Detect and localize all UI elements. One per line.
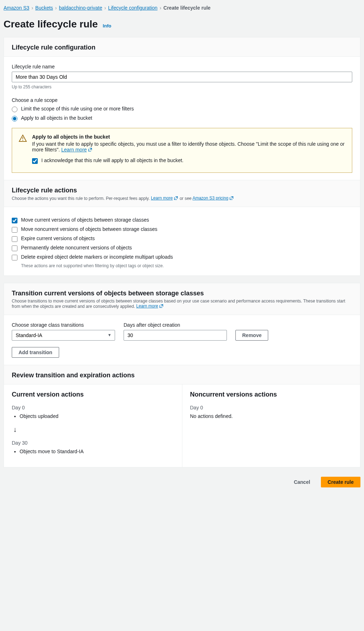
section-desc: Choose the actions you want this rule to… — [12, 196, 352, 202]
pricing-link[interactable]: Amazon S3 pricing — [192, 196, 234, 201]
create-rule-button[interactable]: Create rule — [321, 477, 360, 487]
panel-header: Lifecycle rule configuration — [4, 37, 360, 57]
breadcrumb-item[interactable]: baldacchino-private — [59, 5, 102, 11]
learn-more-link[interactable]: Learn more — [61, 147, 93, 152]
days-input[interactable] — [124, 330, 227, 341]
page-title: Create lifecycle rule — [4, 19, 98, 30]
action-expire-current[interactable]: Expire current versions of objects — [12, 236, 352, 242]
external-link-icon — [88, 147, 93, 153]
svg-point-1 — [22, 140, 23, 140]
chevron-right-icon: › — [104, 5, 106, 11]
day-label: Day 0 — [12, 405, 174, 410]
warning-icon — [19, 134, 27, 167]
breadcrumb: Amazon S3 › Buckets › baldacchino-privat… — [4, 4, 360, 15]
chevron-right-icon: › — [31, 5, 33, 11]
learn-more-link[interactable]: Learn more — [151, 196, 178, 201]
checkbox-label: Move current versions of objects between… — [21, 217, 149, 223]
external-link-icon — [173, 196, 178, 202]
action-move-noncurrent[interactable]: Move noncurrent versions of objects betw… — [12, 226, 352, 233]
chevron-right-icon: › — [160, 5, 161, 11]
review-none-text: No actions defined. — [190, 413, 353, 419]
alert-text: If you want the rule to apply to specifi… — [32, 141, 345, 153]
radio-label: Limit the scope of this rule using one o… — [21, 106, 134, 112]
acknowledge-label: I acknowledge that this rule will apply … — [41, 157, 183, 163]
section-heading: Lifecycle rule configuration — [12, 44, 352, 51]
radio-all[interactable] — [12, 116, 17, 121]
breadcrumb-item[interactable]: Buckets — [35, 5, 53, 11]
acknowledge-checkbox[interactable] — [32, 158, 38, 164]
section-heading: Transition current versions of objects b… — [12, 290, 352, 297]
day-label: Day 30 — [12, 440, 174, 446]
rule-name-hint: Up to 255 characters — [12, 84, 352, 89]
radio-limit[interactable] — [12, 107, 17, 112]
days-label: Days after object creation — [124, 322, 227, 328]
panel-header-actions: Lifecycle rule actions Choose the action… — [4, 180, 360, 207]
alert-apply-all: Apply to all objects in the bucket If yo… — [12, 128, 352, 173]
info-link[interactable]: Info — [103, 23, 111, 29]
checkbox-label: Move noncurrent versions of objects betw… — [21, 226, 157, 232]
scope-option-limit[interactable]: Limit the scope of this rule using one o… — [12, 106, 352, 112]
checkbox[interactable] — [12, 227, 17, 233]
breadcrumb-item[interactable]: Lifecycle configuration — [108, 5, 158, 11]
scope-option-all[interactable]: Apply to all objects in the bucket — [12, 115, 352, 121]
panel-header-review: Review transition and expiration actions — [4, 365, 360, 384]
checkbox[interactable] — [12, 218, 17, 223]
panel-lifecycle-config: Lifecycle rule configuration Lifecycle r… — [4, 37, 360, 276]
section-heading: Review transition and expiration actions — [12, 372, 352, 379]
review-item: Objects uploaded — [20, 413, 174, 419]
alert-title: Apply to all objects in the bucket — [32, 134, 345, 140]
checkbox-label: Permanently delete noncurrent versions o… — [21, 245, 132, 250]
storage-class-select[interactable]: Standard-IA — [12, 330, 115, 341]
breadcrumb-item-current: Create lifecycle rule — [163, 5, 210, 11]
panel-header: Transition current versions of objects b… — [4, 283, 360, 315]
review-noncurrent-title: Noncurrent versions actions — [190, 391, 353, 398]
breadcrumb-item[interactable]: Amazon S3 — [4, 5, 29, 11]
checkbox[interactable] — [12, 236, 17, 242]
transition-row: Choose storage class transitions Standar… — [12, 322, 352, 341]
acknowledge-checkbox-row[interactable]: I acknowledge that this rule will apply … — [32, 157, 345, 164]
review-current-title: Current version actions — [12, 391, 174, 398]
checkbox[interactable] — [12, 255, 17, 260]
review-item: Objects move to Standard-IA — [20, 449, 174, 454]
learn-more-link[interactable]: Learn more — [136, 304, 164, 309]
external-link-icon — [159, 304, 164, 310]
radio-label: Apply to all objects in the bucket — [21, 115, 92, 121]
external-link-icon — [229, 196, 234, 202]
action-delete-noncurrent[interactable]: Permanently delete noncurrent versions o… — [12, 245, 352, 251]
actions-disabled-note: These actions are not supported when fil… — [21, 263, 352, 268]
arrow-down-icon: ↓ — [13, 425, 174, 434]
action-delete-markers[interactable]: Delete expired object delete markers or … — [12, 254, 352, 260]
rule-name-label: Lifecycle rule name — [12, 64, 352, 69]
page-title-row: Create lifecycle rule Info — [4, 19, 360, 30]
chevron-right-icon: › — [55, 5, 57, 11]
cancel-button[interactable]: Cancel — [287, 477, 317, 487]
storage-class-label: Choose storage class transitions — [12, 322, 115, 328]
section-desc: Choose transitions to move current versi… — [12, 299, 352, 310]
panel-transitions: Transition current versions of objects b… — [4, 283, 360, 467]
checkbox-label: Expire current versions of objects — [21, 236, 95, 241]
remove-button[interactable]: Remove — [235, 330, 268, 341]
section-heading: Lifecycle rule actions — [12, 187, 352, 194]
day-label: Day 0 — [190, 405, 353, 410]
checkbox[interactable] — [12, 245, 17, 251]
add-transition-button[interactable]: Add transition — [12, 347, 59, 358]
review-noncurrent-col: Noncurrent versions actions Day 0 No act… — [182, 384, 360, 467]
scope-label: Choose a rule scope — [12, 97, 352, 103]
checkbox-label: Delete expired object delete markers or … — [21, 254, 173, 260]
review-grid: Current version actions Day 0 Objects up… — [4, 384, 360, 467]
action-move-current[interactable]: Move current versions of objects between… — [12, 217, 352, 223]
rule-name-input[interactable] — [12, 72, 352, 82]
footer-actions: Cancel Create rule — [4, 475, 360, 491]
review-current-col: Current version actions Day 0 Objects up… — [4, 384, 182, 467]
